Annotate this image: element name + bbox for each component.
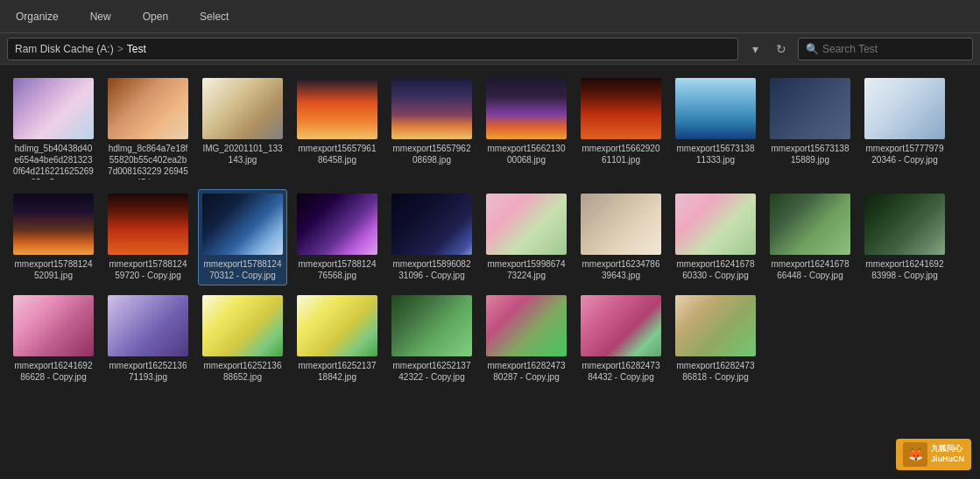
file-thumbnail xyxy=(391,194,472,255)
address-separator: > xyxy=(117,43,123,55)
file-thumbnail xyxy=(202,78,283,139)
search-icon: 🔍 xyxy=(806,43,819,55)
file-item[interactable]: mmexport1628247380287 - Copy.jpg xyxy=(482,291,571,387)
file-item[interactable]: mmexport1624167866448 - Copy.jpg xyxy=(765,189,855,285)
file-name: mmexport1566213000068.jpg xyxy=(486,143,567,166)
search-input[interactable] xyxy=(822,43,965,55)
file-name: mmexport1625213688652.jpg xyxy=(202,360,283,383)
file-thumbnail xyxy=(108,194,188,255)
file-thumbnail xyxy=(770,78,850,139)
file-item[interactable]: hdlmg_8c864a7e18f55820b55c402ea2b7d00816… xyxy=(103,74,193,184)
address-row: Ram Disk Cache (A:) > Test ▾ ↻ 🔍 xyxy=(0,33,980,65)
select-button[interactable]: Select xyxy=(193,7,236,26)
file-name: mmexport1577797920346 - Copy.jpg xyxy=(864,143,945,166)
file-name: mmexport1624167860330 - Copy.jpg xyxy=(675,258,756,281)
file-thumbnail xyxy=(864,78,945,139)
file-item[interactable]: mmexport1625213671193.jpg xyxy=(103,291,193,387)
file-name: mmexport1624169283998 - Copy.jpg xyxy=(864,258,945,281)
file-thumbnail xyxy=(108,78,188,139)
file-item[interactable]: mmexport1578812476568.jpg xyxy=(293,189,382,285)
new-button[interactable]: New xyxy=(83,7,118,26)
file-name: mmexport1578812452091.jpg xyxy=(13,258,94,281)
address-root: Ram Disk Cache (A:) xyxy=(15,43,114,55)
file-thumbnail xyxy=(297,78,377,139)
file-item[interactable]: mmexport1578812470312 - Copy.jpg xyxy=(198,189,287,285)
file-item[interactable]: mmexport1625213742322 - Copy.jpg xyxy=(387,291,476,387)
file-thumbnail xyxy=(391,295,472,356)
file-thumbnail xyxy=(297,295,377,356)
file-thumbnail xyxy=(13,194,94,255)
file-item[interactable]: mmexport1625213718842.jpg xyxy=(293,291,382,387)
file-item[interactable]: mmexport1624169286628 - Copy.jpg xyxy=(9,291,98,387)
file-thumbnail xyxy=(202,194,283,255)
file-name: mmexport1625213742322 - Copy.jpg xyxy=(391,360,472,383)
file-name: IMG_20201101_133143.jpg xyxy=(202,143,283,166)
file-name: mmexport1578812459720 - Copy.jpg xyxy=(108,258,188,281)
file-item[interactable]: hdlmg_5b40438d40e654a4be6d2813230f64d216… xyxy=(9,74,98,184)
file-item[interactable]: mmexport1565796186458.jpg xyxy=(293,74,382,184)
file-name: mmexport1566292061101.jpg xyxy=(581,143,661,166)
file-item[interactable]: mmexport1567313815889.jpg xyxy=(765,74,855,184)
file-thumbnail xyxy=(581,295,661,356)
file-item[interactable]: mmexport1577797920346 - Copy.jpg xyxy=(860,74,949,184)
file-item[interactable]: mmexport1624169283998 - Copy.jpg xyxy=(860,189,949,285)
file-thumbnail xyxy=(13,295,94,356)
refresh-button[interactable]: ↻ xyxy=(770,38,793,60)
file-name: mmexport1623478639643.jpg xyxy=(581,258,661,281)
toolbar: Organize New Open Select xyxy=(0,0,980,33)
file-thumbnail xyxy=(864,194,945,255)
content-area[interactable]: hdlmg_5b40438d40e654a4be6d2813230f64d216… xyxy=(0,65,980,479)
address-actions: ▾ ↻ xyxy=(744,38,793,60)
search-box[interactable]: 🔍 xyxy=(798,38,973,60)
file-name: hdlmg_5b40438d40e654a4be6d2813230f64d216… xyxy=(13,143,94,180)
watermark-icon: 🦊 xyxy=(903,442,927,467)
file-name: mmexport1599867473224.jpg xyxy=(486,258,567,281)
file-item[interactable]: IMG_20201101_133143.jpg xyxy=(198,74,287,184)
file-thumbnail xyxy=(675,194,756,255)
file-item[interactable]: mmexport1623478639643.jpg xyxy=(576,189,666,285)
file-name: mmexport1625213671193.jpg xyxy=(108,360,188,383)
file-item[interactable]: mmexport1578812459720 - Copy.jpg xyxy=(103,189,193,285)
file-name: mmexport1567313815889.jpg xyxy=(770,143,850,166)
file-thumbnail xyxy=(675,78,756,139)
file-thumbnail xyxy=(486,194,567,255)
file-item[interactable]: mmexport1599867473224.jpg xyxy=(482,189,571,285)
file-thumbnail xyxy=(13,78,94,139)
file-thumbnail xyxy=(486,295,567,356)
file-name: hdlmg_8c864a7e18f55820b55c402ea2b7d00816… xyxy=(108,143,188,180)
file-item[interactable]: mmexport1567313811333.jpg xyxy=(671,74,760,184)
open-button[interactable]: Open xyxy=(136,7,175,26)
file-grid: hdlmg_5b40438d40e654a4be6d2813230f64d216… xyxy=(0,65,980,479)
file-name: mmexport1625213718842.jpg xyxy=(297,360,377,383)
file-thumbnail xyxy=(202,295,283,356)
file-name: mmexport1628247380287 - Copy.jpg xyxy=(486,360,567,383)
file-thumbnail xyxy=(297,194,377,255)
file-thumbnail xyxy=(675,295,756,356)
file-item[interactable]: mmexport1566292061101.jpg xyxy=(576,74,666,184)
file-name: mmexport1578812476568.jpg xyxy=(297,258,377,281)
file-thumbnail xyxy=(108,295,188,356)
address-bar[interactable]: Ram Disk Cache (A:) > Test xyxy=(7,38,738,60)
file-item[interactable]: mmexport1578812452091.jpg xyxy=(9,189,98,285)
file-name: mmexport1624167866448 - Copy.jpg xyxy=(770,258,850,281)
file-thumbnail xyxy=(391,78,472,139)
file-name: mmexport1567313811333.jpg xyxy=(675,143,756,166)
file-item[interactable]: mmexport1628247384432 - Copy.jpg xyxy=(576,291,666,387)
file-item[interactable]: mmexport1628247386818 - Copy.jpg xyxy=(671,291,760,387)
file-item[interactable]: mmexport1566213000068.jpg xyxy=(482,74,571,184)
file-name: mmexport1578812470312 - Copy.jpg xyxy=(202,258,283,281)
file-item[interactable]: mmexport1565796208698.jpg xyxy=(387,74,476,184)
file-name: mmexport1628247384432 - Copy.jpg xyxy=(581,360,661,383)
dropdown-button[interactable]: ▾ xyxy=(744,38,766,60)
file-name: mmexport1624169286628 - Copy.jpg xyxy=(13,360,94,383)
watermark-text: 九狐问心 JiuHuCN xyxy=(931,444,964,464)
file-item[interactable]: mmexport1625213688652.jpg xyxy=(198,291,287,387)
file-thumbnail xyxy=(486,78,567,139)
file-thumbnail xyxy=(581,78,661,139)
file-item[interactable]: mmexport1589608231096 - Copy.jpg xyxy=(387,189,476,285)
file-item[interactable]: mmexport1624167860330 - Copy.jpg xyxy=(671,189,760,285)
organize-button[interactable]: Organize xyxy=(9,7,66,26)
file-name: mmexport1565796208698.jpg xyxy=(391,143,472,166)
file-name: mmexport1589608231096 - Copy.jpg xyxy=(391,258,472,281)
file-thumbnail xyxy=(770,194,850,255)
